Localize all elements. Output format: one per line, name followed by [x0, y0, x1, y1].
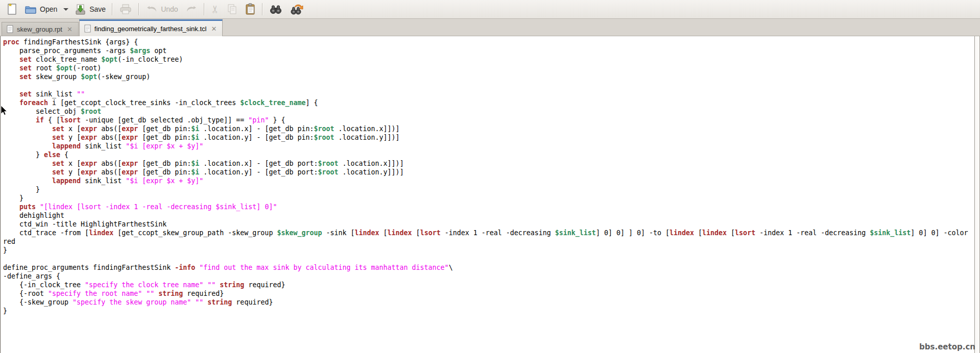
close-icon[interactable]: ✕: [210, 25, 218, 33]
toolbar-separator: [138, 3, 139, 15]
code-token: lsort: [60, 116, 81, 124]
code-token: set: [52, 134, 64, 141]
code-token: set: [19, 90, 32, 98]
code-token: "specify the root name": [48, 290, 142, 297]
code-token: [: [379, 229, 388, 237]
code-token: $args: [130, 47, 150, 55]
find-replace-icon: [290, 4, 304, 15]
code-token: [3, 56, 19, 63]
redo-button[interactable]: [182, 2, 201, 17]
undo-button[interactable]: Undo: [142, 2, 181, 17]
code-token: (-root): [73, 64, 101, 72]
cut-button[interactable]: ✂: [208, 2, 223, 17]
code-line: set root $opt(-root): [3, 64, 980, 72]
code-token: { [: [44, 116, 60, 124]
code-line: red: [3, 237, 980, 246]
binoculars-icon: [269, 4, 282, 15]
code-token: $opt: [101, 56, 117, 63]
code-token: y [: [64, 134, 81, 141]
save-button[interactable]: Save: [71, 2, 109, 17]
code-token: lsort: [420, 229, 441, 237]
scissors-icon: ✂: [209, 5, 221, 14]
new-document-button[interactable]: [3, 2, 20, 17]
code-line: {-in_clock_tree "specify the clock tree …: [3, 281, 980, 289]
tab-finding-geometrically-farthest-sink-tcl[interactable]: finding_geometrically_farthest_sink.tcl …: [79, 19, 223, 36]
new-document-icon: [6, 3, 17, 15]
code-token: ] 0] 0] -color: [911, 229, 968, 237]
code-token: set: [52, 125, 64, 133]
tab-bar: skew_group.rpt ✕ finding_geometrically_f…: [0, 19, 980, 36]
close-icon[interactable]: ✕: [66, 26, 74, 33]
vertical-scrollbar[interactable]: [974, 36, 980, 353]
code-token: }: [3, 194, 23, 202]
code-line: lappend sink_list "$i [expr $x + $y]": [3, 142, 980, 150]
code-line: set sink_list "": [3, 90, 980, 98]
paste-button[interactable]: [242, 2, 259, 17]
code-line: ctd_win -title HighlightFarthestSink: [3, 220, 980, 229]
document-icon: [84, 24, 91, 33]
code-token: foreach: [19, 99, 48, 107]
code-token: [: [727, 229, 735, 237]
code-token: } {: [269, 116, 285, 124]
code-token: "": [146, 290, 154, 297]
code-content: proc findingFarthestSink {args} { parse_…: [1, 36, 980, 315]
code-token: lappend: [52, 142, 81, 150]
code-token: [3, 203, 19, 211]
open-button-label: Open: [40, 5, 57, 13]
code-line: [3, 255, 980, 263]
code-token: abs([: [97, 160, 122, 167]
undo-button-label: Undo: [161, 5, 178, 13]
code-token: expr: [122, 168, 138, 176]
code-token: abs([: [97, 168, 122, 176]
code-line: if { [lsort -unique [get_db selected .ob…: [3, 116, 980, 124]
code-token: }: [3, 307, 7, 315]
open-button[interactable]: Open: [21, 2, 60, 17]
code-line: } else {: [3, 150, 980, 159]
code-token: [get_db pin:: [138, 168, 191, 176]
code-token: .location.y]])]: [334, 134, 400, 141]
find-button[interactable]: [266, 2, 285, 17]
tab-label: skew_group.rpt: [17, 26, 62, 33]
code-token: [3, 116, 36, 124]
code-line: puts "[lindex [lsort -index 1 -real -dec…: [3, 203, 980, 211]
code-token: lappend: [52, 177, 81, 185]
code-token: required}: [244, 281, 285, 289]
code-line: {-root "specify the root name" "" string…: [3, 289, 980, 298]
tab-skew-group-rpt[interactable]: skew_group.rpt ✕: [2, 22, 79, 36]
code-line: }: [3, 185, 980, 194]
code-token: "$i [expr $x + $y]": [126, 177, 203, 185]
code-token: define_proc_arguments findingFarthestSin…: [3, 264, 175, 271]
code-token: "find out the max sink by calculating it…: [199, 264, 448, 271]
code-token: expr: [122, 160, 138, 167]
code-token: $skew_group: [277, 229, 322, 237]
code-token: }: [3, 186, 40, 193]
code-token: .location.x]])]: [334, 125, 400, 133]
save-icon: [75, 4, 86, 15]
clipboard-icon: [245, 3, 256, 15]
code-token: proc: [3, 38, 19, 46]
code-token: red: [3, 238, 15, 245]
code-token: [3, 73, 19, 81]
code-line: set skew_group $opt(-skew_group): [3, 72, 980, 81]
code-token: -define_args {: [3, 272, 60, 280]
code-token: ctd_trace -from [: [3, 229, 89, 237]
toolbar-separator: [204, 3, 205, 15]
code-token: ctd_win -title HighlightFarthestSink: [3, 220, 166, 228]
code-token: -sink [: [322, 229, 354, 237]
code-token: -index 1 -real -decreasing: [755, 229, 870, 237]
tab-label: finding_geometrically_farthest_sink.tcl: [94, 25, 207, 33]
text-editor-window: Open Save: [0, 0, 980, 353]
code-token: $i: [191, 160, 199, 167]
code-token: expr: [81, 160, 97, 167]
find-replace-button[interactable]: [286, 2, 307, 17]
code-token: [3, 64, 19, 72]
code-token: [3, 160, 52, 167]
code-token: x [: [64, 160, 81, 167]
code-token: sink_list: [32, 90, 77, 98]
code-token: [3, 125, 52, 133]
code-token: [3, 90, 19, 98]
copy-button[interactable]: [223, 2, 241, 17]
code-editor-area[interactable]: proc findingFarthestSink {args} { parse_…: [0, 36, 980, 353]
print-button[interactable]: [116, 2, 135, 17]
open-recent-dropdown[interactable]: [61, 2, 70, 17]
